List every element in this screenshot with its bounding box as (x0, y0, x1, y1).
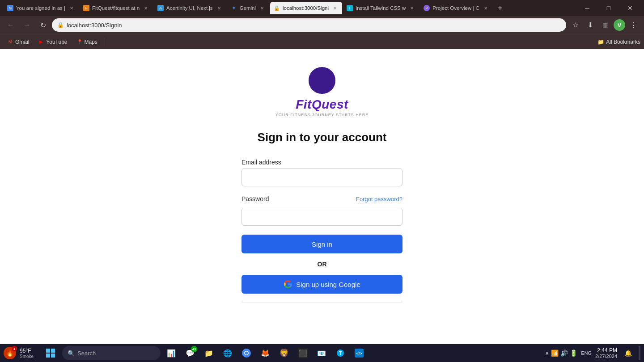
chrome-icon (241, 348, 252, 358)
clock-time: 2:44 PM (595, 347, 617, 354)
all-bookmarks-label: All Bookmarks (606, 39, 640, 45)
weather-temp: 95°F (20, 348, 31, 354)
address-bar[interactable]: 🔒 localhost:3000/Signin (52, 18, 566, 32)
bookmarks-folder-icon: 📁 (597, 39, 604, 45)
tab-close-2[interactable]: ✕ (142, 4, 149, 12)
form-container: Email address Password Forgot password? … (242, 159, 402, 303)
tab-close-4[interactable]: ✕ (258, 4, 266, 12)
signin-button[interactable]: Sign in (242, 235, 402, 253)
google-signin-button[interactable]: Sign up using Google (242, 275, 402, 294)
bookmark-gmail[interactable]: M Gmail (4, 37, 33, 47)
close-button[interactable]: ✕ (620, 0, 640, 16)
tab-close-6[interactable]: ✕ (408, 4, 415, 12)
svg-rect-0 (315, 79, 317, 82)
svg-rect-3 (327, 79, 329, 82)
bookmark-maps[interactable]: 📍 Maps (73, 37, 101, 47)
tab-favicon-4: ✦ (231, 5, 237, 11)
firefox-icon: 🦊 (260, 348, 271, 358)
bookmark-button[interactable]: ☆ (568, 18, 582, 32)
window-controls: ─ □ ✕ (577, 0, 640, 16)
tab-favicon-5: 🔒 (274, 5, 280, 11)
svg-rect-6 (318, 80, 319, 81)
password-label: Password (242, 195, 269, 202)
edge-icon: 🌐 (222, 348, 233, 358)
svg-rect-2 (315, 81, 317, 83)
tab-you-signed-in[interactable]: S You are signed in as | ✕ (4, 2, 79, 14)
taskbar-app-brave[interactable]: 🦁 (275, 345, 293, 361)
battery-icon[interactable]: 🔋 (570, 349, 577, 357)
svg-rect-11 (46, 354, 50, 358)
taskbar-app-vscode[interactable]: </> (350, 345, 368, 361)
tab-title-3: Acertinity UI, Next.js (166, 5, 213, 11)
network-icon[interactable]: 📶 (551, 349, 559, 357)
taskbar: 🔥 1 95°F Smoke 🔍 Search 📊 💬 43 (0, 344, 644, 362)
clock-date: 2/27/2024 (595, 354, 617, 359)
tab-favicon-1: S (7, 5, 13, 11)
tab-gemini[interactable]: ✦ Gemini ✕ (227, 2, 269, 14)
teams-icon: T (335, 348, 346, 358)
weather-badge: 1 (12, 346, 17, 351)
tab-acertinity[interactable]: A Acertinity UI, Next.js ✕ (154, 2, 226, 14)
all-bookmarks-button[interactable]: 📁 All Bookmarks (597, 39, 640, 45)
logo-text: FitQuest (296, 97, 348, 112)
taskbar-search[interactable]: 🔍 Search (62, 346, 161, 360)
taskbar-app-windows[interactable]: ⬛ (294, 345, 312, 361)
taskbar-app-files[interactable]: 📊 (162, 345, 180, 361)
explorer-icon: 📁 (203, 348, 214, 358)
lock-icon: 🔒 (57, 22, 64, 28)
reload-button[interactable]: ↻ (36, 18, 50, 32)
tab-close-1[interactable]: ✕ (68, 4, 75, 12)
tab-favicon-7: P (424, 5, 430, 11)
tab-title-4: Gemini (240, 5, 256, 11)
forward-button[interactable]: → (20, 18, 34, 32)
whatsapp-badge: 43 (191, 346, 197, 352)
or-divider: OR (242, 261, 402, 268)
show-desktop-button[interactable] (639, 346, 640, 360)
logo-tagline: YOUR FITNESS JOURNEY STARTS HERE (275, 113, 369, 117)
tab-localhost[interactable]: 🔒 localhost:3000/Signi ✕ (270, 2, 342, 14)
bookmark-youtube[interactable]: ▶ YouTube (34, 37, 71, 47)
taskbar-app-outlook[interactable]: 📧 (313, 345, 330, 361)
tab-fitquest[interactable]: F FitQuest/fitquest at n ✕ (80, 2, 153, 14)
tab-project[interactable]: P Project Overview | C ✕ (420, 2, 493, 14)
svg-rect-4 (327, 78, 329, 80)
tab-close-3[interactable]: ✕ (216, 4, 223, 12)
tab-title-2: FitQuest/fitquest at n (92, 5, 140, 11)
taskbar-app-whatsapp[interactable]: 💬 43 (181, 345, 199, 361)
tab-close-7[interactable]: ✕ (482, 4, 489, 12)
svg-rect-1 (315, 78, 317, 80)
taskbar-app-firefox[interactable]: 🦊 (256, 345, 274, 361)
taskbar-app-explorer[interactable]: 📁 (200, 345, 218, 361)
taskbar-right: ∧ 📶 🔊 🔋 ENG 2:44 PM 2/27/2024 🔔 (545, 346, 640, 360)
volume-icon[interactable]: 🔊 (560, 349, 568, 357)
maps-label: Maps (85, 39, 97, 45)
files-icon: 📊 (166, 348, 177, 358)
maximize-button[interactable]: □ (598, 0, 619, 16)
taskbar-clock[interactable]: 2:44 PM 2/27/2024 (595, 347, 617, 359)
vscode-icon: </> (354, 348, 364, 358)
taskbar-app-edge[interactable]: 🌐 (219, 345, 237, 361)
gmail-favicon: M (7, 39, 13, 45)
expand-tray-icon[interactable]: ∧ (545, 349, 549, 357)
maps-favicon: 📍 (76, 39, 83, 45)
search-icon: 🔍 (68, 350, 75, 357)
taskbar-app-chrome[interactable] (237, 345, 255, 361)
notification-button[interactable]: 🔔 (621, 346, 635, 360)
email-input[interactable] (242, 168, 402, 186)
taskbar-app-teams[interactable]: T (331, 345, 349, 361)
forgot-password-link[interactable]: Forgot password? (356, 196, 402, 202)
tab-close-5[interactable]: ✕ (331, 4, 339, 12)
password-input[interactable] (242, 208, 402, 226)
profile-avatar[interactable]: V (614, 19, 625, 31)
tab-tailwind[interactable]: T Install Tailwind CSS w ✕ (343, 2, 419, 14)
sidebar-button[interactable]: ▥ (598, 18, 613, 32)
start-button[interactable] (41, 346, 60, 360)
youtube-label: YouTube (46, 39, 67, 45)
menu-button[interactable]: ⋮ (626, 18, 640, 32)
minimize-button[interactable]: ─ (577, 0, 597, 16)
nav-bar: ← → ↻ 🔒 localhost:3000/Signin ☆ ⬇ ▥ V ⋮ (0, 16, 644, 34)
download-button[interactable]: ⬇ (583, 18, 597, 32)
back-button[interactable]: ← (4, 18, 18, 32)
svg-rect-10 (51, 349, 55, 353)
new-tab-button[interactable]: + (494, 2, 506, 14)
